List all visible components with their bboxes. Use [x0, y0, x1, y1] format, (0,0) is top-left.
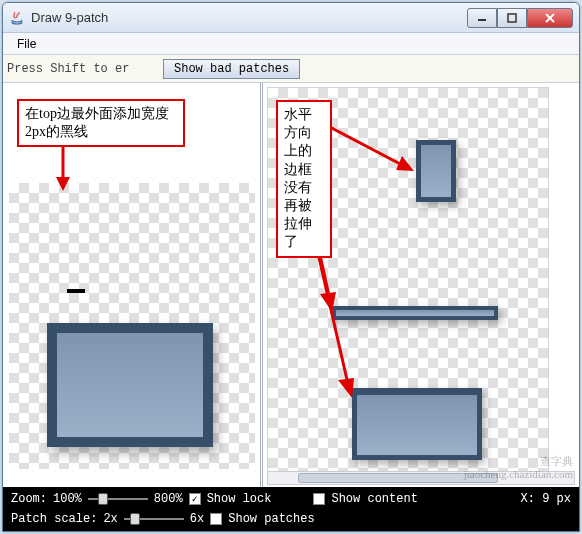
window-title: Draw 9-patch [31, 10, 467, 25]
show-patches-checkbox[interactable] [210, 513, 222, 525]
preview-canvas: 水平方向上的边框没有再被拉伸了 [267, 87, 549, 479]
svg-line-4 [328, 126, 404, 166]
zoom-slider[interactable] [88, 493, 148, 505]
close-button[interactable] [527, 8, 573, 28]
editor-pane[interactable]: 在top边最外面添加宽度2px的黑线 [3, 83, 263, 487]
nine-patch-image[interactable] [47, 323, 213, 447]
show-content-label: Show content [331, 492, 417, 506]
java-icon [9, 10, 25, 26]
zoom-label: Zoom: [11, 492, 47, 506]
preview-sample-both [352, 388, 482, 460]
menu-file[interactable]: File [9, 35, 44, 53]
patch-scale-label: Patch scale: [11, 512, 97, 526]
scale-min: 2x [103, 512, 117, 526]
app-window: Draw 9-patch File Press Shift to er Show… [2, 2, 580, 532]
show-patches-label: Show patches [228, 512, 314, 526]
preview-sample-horizontal [332, 306, 498, 320]
annotation-right: 水平方向上的边框没有再被拉伸了 [276, 100, 332, 258]
arrow-icon [328, 106, 428, 186]
zoom-min: 100% [53, 492, 82, 506]
nine-patch-top-marker[interactable] [67, 289, 85, 293]
svg-rect-1 [508, 14, 516, 22]
preview-pane: 水平方向上的边框没有再被拉伸了 [263, 83, 579, 487]
top-toolbar: Press Shift to er Show bad patches [3, 55, 579, 83]
status-bar: Zoom: 100% 800% ✓ Show lock Show content… [3, 487, 579, 531]
svg-rect-0 [478, 19, 486, 21]
show-bad-patches-button[interactable]: Show bad patches [163, 59, 300, 79]
shift-hint: Press Shift to er [7, 62, 157, 76]
show-lock-label: Show lock [207, 492, 272, 506]
svg-marker-5 [396, 156, 414, 171]
editor-canvas[interactable] [9, 183, 255, 469]
annotation-left: 在top边最外面添加宽度2px的黑线 [17, 99, 185, 147]
zoom-max: 800% [154, 492, 183, 506]
cursor-coord: X: 9 px [521, 492, 571, 506]
maximize-button[interactable] [497, 8, 527, 28]
watermark: 查字典 jiaocheng.chazidian.com [464, 455, 573, 481]
show-content-checkbox[interactable] [313, 493, 325, 505]
window-controls [467, 8, 573, 28]
preview-sample-vertical [416, 140, 456, 202]
minimize-button[interactable] [467, 8, 497, 28]
menubar: File [3, 33, 579, 55]
patch-scale-slider[interactable] [124, 513, 184, 525]
titlebar: Draw 9-patch [3, 3, 579, 33]
show-lock-checkbox[interactable]: ✓ [189, 493, 201, 505]
workspace: 在top边最外面添加宽度2px的黑线 水平方向上的边框没有再被拉伸了 [3, 83, 579, 487]
scale-max: 6x [190, 512, 204, 526]
